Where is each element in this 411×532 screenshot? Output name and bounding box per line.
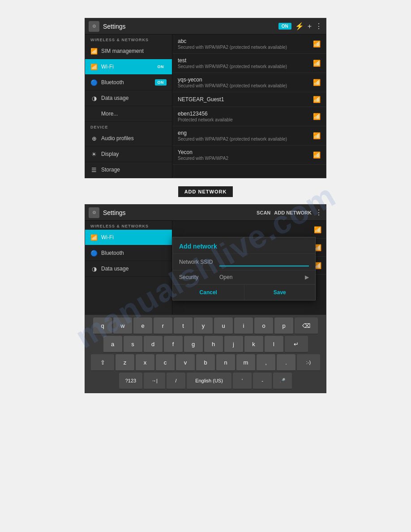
key-x[interactable]: x	[136, 354, 154, 371]
sim-label: SIM management	[101, 48, 167, 54]
network-item-eben[interactable]: eben123456 Protected network available 📶	[172, 107, 326, 126]
key-y[interactable]: y	[194, 317, 213, 335]
wifi-signal-icon-abc: 📶	[313, 40, 321, 47]
network-name-test: test	[178, 57, 309, 64]
network-item-yecon[interactable]: Yecon Secured with WPA/WPA2 📶	[172, 146, 326, 165]
sim-icon: 📶	[90, 47, 98, 55]
top-screenshot-block: ⚙ Settings ON ⚡ + ⋮ WIRELESS & NETWORKS …	[0, 18, 411, 178]
language-key[interactable]: English (US)	[187, 373, 231, 390]
sidebar-item-audio[interactable]: ⊕ Audio profiles	[85, 131, 172, 146]
plus-icon[interactable]: +	[308, 22, 312, 30]
key-r[interactable]: r	[154, 317, 172, 335]
settings-app-icon-2: ⚙	[89, 207, 99, 218]
dash-key[interactable]: -	[253, 373, 272, 390]
on-badge: ON	[278, 23, 291, 30]
key-v[interactable]: v	[176, 354, 195, 371]
key-d[interactable]: d	[144, 336, 163, 353]
keyboard: q w e r t y u i o p ⌫ a s d f	[85, 315, 326, 393]
sidebar-item-wifi[interactable]: 📶 Wi-Fi ON	[85, 59, 172, 75]
key-l[interactable]: l	[265, 336, 283, 353]
network-item-abc[interactable]: abc Secured with WPA/WPA2 (protected net…	[172, 34, 326, 54]
more-icon-bottom[interactable]: ⋮	[315, 208, 322, 217]
network-info-yqs: yqs-yecon Secured with WPA/WPA2 (protect…	[178, 77, 309, 88]
key-o[interactable]: o	[254, 317, 273, 335]
key-g[interactable]: g	[184, 336, 203, 353]
network-info-yecon: Yecon Secured with WPA/WPA2	[178, 149, 309, 161]
key-h[interactable]: h	[204, 336, 223, 353]
bottom-sidebar-item-data[interactable]: ◑ Data usage	[85, 261, 172, 277]
sidebar-item-sim[interactable]: 📶 SIM management	[85, 43, 172, 59]
sidebar-item-more[interactable]: More...	[85, 106, 172, 122]
tab-key[interactable]: →|	[144, 373, 165, 390]
scan-button[interactable]: SCAN	[257, 210, 270, 215]
key-period[interactable]: .	[277, 354, 295, 371]
network-item-yqs[interactable]: yqs-yecon Secured with WPA/WPA2 (protect…	[172, 73, 326, 92]
key-u[interactable]: u	[214, 317, 233, 335]
bottom-topbar-actions: SCAN ADD NETWORK ⋮	[257, 208, 322, 217]
add-network-topbar-button[interactable]: ADD NETWORK	[274, 210, 312, 215]
display-label: Display	[101, 151, 167, 157]
key-t[interactable]: t	[174, 317, 193, 335]
enter-key[interactable]: ↵	[285, 336, 308, 353]
key-m[interactable]: m	[236, 354, 255, 371]
dialog-cancel-button[interactable]: Cancel	[173, 285, 244, 300]
topbar-actions: ON ⚡ + ⋮	[278, 22, 322, 30]
key-w[interactable]: w	[113, 317, 132, 335]
num-key[interactable]: ?123	[119, 373, 142, 390]
wifi-label: Wi-Fi	[101, 64, 151, 70]
network-name-yqs: yqs-yecon	[178, 77, 309, 83]
bluetooth-toggle[interactable]: ON	[155, 79, 167, 86]
key-n[interactable]: n	[216, 354, 235, 371]
key-j[interactable]: j	[224, 336, 243, 353]
dialog-security-value[interactable]: Open ▶	[219, 274, 309, 280]
mic-key[interactable]: 🎤	[273, 373, 292, 390]
sidebar-item-bluetooth[interactable]: 🔵 Bluetooth ON	[85, 75, 172, 90]
add-network-button[interactable]: ADD NETWORK	[178, 186, 233, 197]
dialog-title: Add network	[173, 237, 315, 254]
network-name-eben: eben123456	[178, 111, 309, 117]
network-item-eng[interactable]: eng Secured with WPA/WPA2 (protected net…	[172, 126, 326, 146]
bluetooth-label: Bluetooth	[101, 79, 151, 86]
network-item-test[interactable]: test Secured with WPA/WPA2 (protected ne…	[172, 54, 326, 73]
dialog-security-field: Security Open ▶	[173, 270, 315, 284]
apostrophe-key[interactable]: '	[233, 373, 252, 390]
slash-key[interactable]: /	[167, 373, 185, 390]
more-icon[interactable]: ⋮	[315, 22, 322, 30]
bottom-settings-body: WIRELESS & NETWORKS 📶 Wi-Fi 🔵 Bluetooth …	[85, 221, 326, 315]
storage-icon: ☰	[90, 166, 98, 173]
key-q[interactable]: q	[93, 317, 112, 335]
bottom-settings-screen: ⚙ Settings SCAN ADD NETWORK ⋮ WIRELESS &…	[85, 204, 326, 393]
network-desc-eben: Protected network available	[178, 117, 309, 122]
wifi-toggle[interactable]: ON	[155, 64, 167, 70]
display-icon: ☀	[90, 150, 98, 158]
key-z[interactable]: z	[116, 354, 134, 371]
key-s[interactable]: s	[124, 336, 142, 353]
network-item-netgear[interactable]: NETGEAR_Guest1 📶	[172, 92, 326, 107]
keyboard-row-4: ?123 →| / English (US) ' - 🎤	[87, 373, 324, 390]
top-topbar: ⚙ Settings ON ⚡ + ⋮	[85, 18, 326, 34]
shift-key[interactable]: ⇧	[91, 354, 114, 371]
key-k[interactable]: k	[244, 336, 263, 353]
dialog-ssid-input[interactable]	[219, 257, 309, 266]
sidebar-item-storage[interactable]: ☰ Storage	[85, 162, 172, 178]
network-name-abc: abc	[178, 38, 309, 44]
flash-icon[interactable]: ⚡	[295, 22, 304, 30]
key-b[interactable]: b	[196, 354, 215, 371]
wifi-signal-icon-netgear: 📶	[313, 96, 321, 103]
key-comma[interactable]: ,	[257, 354, 275, 371]
key-p[interactable]: p	[274, 317, 293, 335]
top-settings-screen: ⚙ Settings ON ⚡ + ⋮ WIRELESS & NETWORKS …	[85, 18, 326, 178]
key-f[interactable]: f	[164, 336, 183, 353]
bottom-sidebar-item-bluetooth[interactable]: 🔵 Bluetooth	[85, 245, 172, 261]
key-e[interactable]: e	[133, 317, 152, 335]
dialog-save-button[interactable]: Save	[244, 285, 316, 300]
emoji-key[interactable]: :-)	[297, 354, 320, 371]
key-a[interactable]: a	[103, 336, 122, 353]
backspace-key[interactable]: ⌫	[295, 317, 318, 335]
sidebar-item-data[interactable]: ◑ Data usage	[85, 90, 172, 106]
key-i[interactable]: i	[234, 317, 253, 335]
bg-wifi-1: 📶	[314, 226, 321, 233]
key-c[interactable]: c	[156, 354, 175, 371]
bottom-sidebar-item-wifi[interactable]: 📶 Wi-Fi	[85, 230, 172, 245]
sidebar-item-display[interactable]: ☀ Display	[85, 146, 172, 162]
